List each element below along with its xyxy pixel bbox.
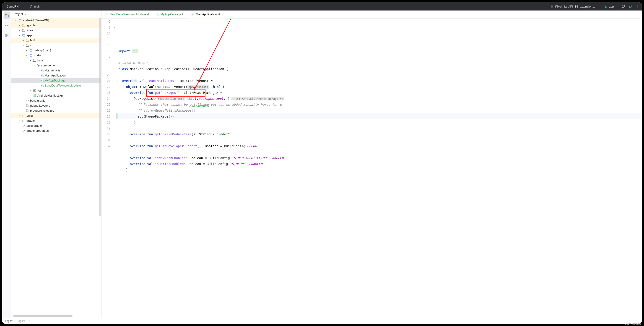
gutter-mark: ⬆ xyxy=(113,108,117,113)
device-selector[interactable]: Pixel_3a_API_34_extension... ⌄ xyxy=(549,4,599,9)
tree-item-src[interactable]: ▾src xyxy=(12,43,101,48)
project-tool-icon[interactable] xyxy=(4,12,10,19)
tab-senddatatoandroidmodule-kt[interactable]: CkSendDataToAndroidModule.kt xyxy=(102,11,152,18)
tree-item-androidmanifest-xml[interactable]: MAndroidManifest.xml xyxy=(12,93,101,98)
tree-item-res[interactable]: ▸res xyxy=(12,88,101,93)
tree-item-mainactivity[interactable]: CkMainActivity xyxy=(12,68,101,73)
chevron-icon[interactable]: ▸ xyxy=(18,114,21,117)
sync-icon[interactable] xyxy=(622,5,625,8)
kt-icon: Ck xyxy=(40,69,44,72)
code-line[interactable]: } xyxy=(118,167,642,173)
chevron-icon[interactable]: ▾ xyxy=(18,34,21,37)
code-line[interactable]: override fun getUseDeveloperSupport(): B… xyxy=(118,143,642,149)
code-line[interactable]: override val isNewArchEnabled: Boolean =… xyxy=(118,155,642,161)
code-line[interactable] xyxy=(118,137,642,143)
svg-text:k: k xyxy=(194,14,194,16)
chevron-icon[interactable]: ▸ xyxy=(18,24,21,27)
tree-item-label: app xyxy=(26,34,32,37)
logcat-tab-2[interactable]: Logcat xyxy=(17,319,25,322)
code-line[interactable]: object : DefaultReactNativeHost(applicat… xyxy=(118,84,642,90)
code-line[interactable] xyxy=(118,42,642,48)
android-icon: ▲ xyxy=(604,5,608,8)
run-config-selector[interactable]: ▲ app ⌄ xyxy=(602,4,618,9)
code-line[interactable]: // add(MyReactNativePackage()) xyxy=(118,108,642,113)
code-line[interactable] xyxy=(118,72,642,78)
editor-content[interactable]: 2314151617181920212223242526272829303132… xyxy=(102,19,642,318)
chevron-icon[interactable]: ▾ xyxy=(29,59,32,62)
tab-mainapplication-kt[interactable]: CkMainApplication.kt✕ xyxy=(188,11,227,18)
tree-item-gradle-properties[interactable]: gradle.properties xyxy=(12,128,101,133)
tree-item-main[interactable]: ▾main xyxy=(12,53,101,58)
chevron-icon[interactable]: ▸ xyxy=(22,39,25,42)
code-line[interactable]: override fun getPackages(): List<ReactPa… xyxy=(118,90,642,96)
close-icon[interactable]: ✕ xyxy=(29,319,30,322)
tree-item-debug[interactable]: ▸debug [main] xyxy=(12,48,101,53)
line-number: 14 xyxy=(102,30,110,36)
chevron-icon[interactable]: ▾ xyxy=(14,19,17,22)
code-line[interactable]: ≗ Mortal_GuoMeng * xyxy=(118,60,642,66)
tree-item-build-gradle[interactable]: build.gradle xyxy=(12,123,101,128)
horizontal-scrollbar[interactable] xyxy=(13,314,72,317)
tree-item-build[interactable]: ▸build xyxy=(12,38,101,43)
tree-item-debug-keystore[interactable]: debug.keystore xyxy=(12,103,101,108)
svg-text:C: C xyxy=(106,13,107,15)
code-line[interactable]: PackageList(reactNativeHost: this).packa… xyxy=(118,96,642,102)
tree-item-android[interactable]: ▾android [DemoRN] xyxy=(12,18,101,23)
code-line[interactable]: import ... xyxy=(118,48,642,54)
code-line[interactable] xyxy=(118,149,642,155)
tree-item-senddatatoandroidmodule[interactable]: CkSendDataToAndroidModule xyxy=(12,83,101,88)
more-tools-icon[interactable]: ⋯ xyxy=(4,43,10,49)
tree-item-app[interactable]: ▾app xyxy=(12,33,101,38)
tree-item--idea[interactable]: ▸.idea xyxy=(12,28,101,33)
tree-item-gradle[interactable]: ▸gradle xyxy=(12,118,101,123)
tree-item-proguard-rules-pro[interactable]: proguard-rules.pro xyxy=(12,108,101,113)
commit-tool-icon[interactable] xyxy=(4,22,10,29)
logcat-tab-1[interactable]: Logcat xyxy=(5,319,13,322)
tab-label: MainApplication.kt xyxy=(196,13,220,16)
tab-myapppackage-kt[interactable]: CkMyAppPackage.kt xyxy=(152,11,188,18)
gradle-icon xyxy=(22,129,26,132)
code-line[interactable]: class MainApplication : Application(), R… xyxy=(118,66,642,72)
chevron-icon[interactable]: ▸ xyxy=(25,49,28,52)
chevron-icon[interactable]: ▾ xyxy=(25,54,28,57)
tree-item--gradle[interactable]: ▸.gradle xyxy=(12,23,101,28)
folder-o-icon xyxy=(22,114,26,117)
chevron-icon[interactable]: ▾ xyxy=(22,44,25,47)
tree-item-build-gradle[interactable]: build.gradle xyxy=(12,98,101,103)
more-icon[interactable]: ⋮ xyxy=(635,5,639,8)
code-line[interactable] xyxy=(118,54,642,60)
kt-g-icon: Ck xyxy=(40,84,44,87)
code-line[interactable]: // Packages that cannot be autolinked ye… xyxy=(118,102,642,108)
code-line[interactable]: override fun getJSMainModuleName(): Stri… xyxy=(118,131,642,137)
code-line[interactable]: add(MyAppPackage()) xyxy=(118,113,642,119)
structure-tool-icon[interactable] xyxy=(4,33,10,39)
code-line[interactable]: override val reactNativeHost: ReactNativ… xyxy=(118,78,642,84)
tree-item-java[interactable]: ▾java xyxy=(12,58,101,63)
branch-selector[interactable]: main ⌄ xyxy=(28,4,45,9)
project-selector[interactable]: DemoRN ⌄ xyxy=(5,4,23,9)
line-number: 25 xyxy=(102,102,110,108)
tree-item-com-demorn[interactable]: ▾com.demorn xyxy=(12,63,101,68)
line-number: 31 xyxy=(102,137,110,143)
tab-label: SendDataToAndroidModule.kt xyxy=(110,13,149,16)
project-tree[interactable]: ▾android [DemoRN]▸.gradle▸.idea▾app▸buil… xyxy=(12,18,101,314)
code-line[interactable]: } xyxy=(118,119,642,125)
debug-icon[interactable] xyxy=(628,5,632,8)
tree-item-myapppackage[interactable]: CkMyAppPackage xyxy=(12,78,101,83)
chevron-icon[interactable]: ▸ xyxy=(18,119,21,122)
tree-item-build[interactable]: ▸build xyxy=(12,113,101,118)
sidebar-header[interactable]: Project ⌄ xyxy=(12,11,101,18)
chevron-icon[interactable]: ▾ xyxy=(32,64,36,67)
scrollbar[interactable] xyxy=(99,18,101,216)
gutter-mark xyxy=(113,36,117,42)
tree-item-mainapplication[interactable]: CkMainApplication xyxy=(12,73,101,78)
close-icon[interactable]: ✕ xyxy=(221,12,224,16)
code-line[interactable] xyxy=(118,125,642,131)
chevron-icon[interactable]: ▸ xyxy=(18,29,21,32)
chevron-icon[interactable]: ▸ xyxy=(29,89,32,92)
tree-item-label: build xyxy=(30,39,36,42)
manifest-icon: M xyxy=(33,94,36,97)
code-area[interactable]: import ...≗ Mortal_GuoMeng *class MainAp… xyxy=(117,19,642,318)
tab-label: MyAppPackage.kt xyxy=(160,13,184,16)
code-line[interactable]: override val isHermesEnabled: Boolean = … xyxy=(118,161,642,167)
